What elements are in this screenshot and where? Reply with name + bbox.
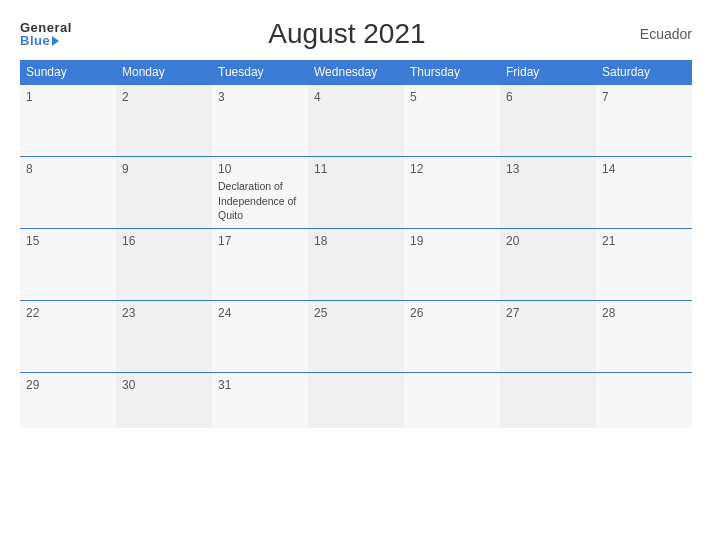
calendar-cell: 1: [20, 85, 116, 157]
day-number: 10: [218, 162, 302, 176]
day-number: 16: [122, 234, 206, 248]
calendar-cell: 5: [404, 85, 500, 157]
calendar-week-row: 8910Declaration of Independence of Quito…: [20, 157, 692, 229]
calendar-cell: 27: [500, 301, 596, 373]
calendar-cell: [596, 373, 692, 428]
day-number: 2: [122, 90, 206, 104]
calendar-cell: [308, 373, 404, 428]
calendar-cell: 20: [500, 229, 596, 301]
day-number: 18: [314, 234, 398, 248]
country-label: Ecuador: [622, 26, 692, 42]
calendar-cell: 8: [20, 157, 116, 229]
calendar-cell: 31: [212, 373, 308, 428]
calendar-cell: 28: [596, 301, 692, 373]
day-number: 14: [602, 162, 686, 176]
day-number: 25: [314, 306, 398, 320]
calendar-cell: 29: [20, 373, 116, 428]
day-number: 26: [410, 306, 494, 320]
day-number: 15: [26, 234, 110, 248]
header-tuesday: Tuesday: [212, 60, 308, 85]
calendar-cell: 30: [116, 373, 212, 428]
calendar-cell: 26: [404, 301, 500, 373]
day-number: 22: [26, 306, 110, 320]
logo: General Blue: [20, 21, 72, 47]
day-number: 24: [218, 306, 302, 320]
day-number: 17: [218, 234, 302, 248]
calendar-week-row: 293031: [20, 373, 692, 428]
day-number: 13: [506, 162, 590, 176]
calendar-cell: 13: [500, 157, 596, 229]
calendar-cell: 12: [404, 157, 500, 229]
header-friday: Friday: [500, 60, 596, 85]
header-sunday: Sunday: [20, 60, 116, 85]
day-number: 20: [506, 234, 590, 248]
day-number: 29: [26, 378, 110, 392]
day-number: 31: [218, 378, 302, 392]
calendar-cell: 11: [308, 157, 404, 229]
calendar-week-row: 1234567: [20, 85, 692, 157]
event-label: Declaration of Independence of Quito: [218, 180, 296, 221]
day-number: 1: [26, 90, 110, 104]
header-wednesday: Wednesday: [308, 60, 404, 85]
day-number: 28: [602, 306, 686, 320]
calendar-cell: 22: [20, 301, 116, 373]
calendar-cell: 10Declaration of Independence of Quito: [212, 157, 308, 229]
calendar-cell: 14: [596, 157, 692, 229]
day-number: 23: [122, 306, 206, 320]
calendar-cell: 6: [500, 85, 596, 157]
calendar-cell: 18: [308, 229, 404, 301]
calendar-cell: 24: [212, 301, 308, 373]
calendar-cell: [500, 373, 596, 428]
logo-blue-text: Blue: [20, 34, 59, 47]
calendar-title: August 2021: [72, 18, 622, 50]
calendar-cell: 3: [212, 85, 308, 157]
day-number: 3: [218, 90, 302, 104]
calendar-cell: 25: [308, 301, 404, 373]
calendar-cell: [404, 373, 500, 428]
calendar-cell: 2: [116, 85, 212, 157]
calendar-cell: 9: [116, 157, 212, 229]
day-number: 12: [410, 162, 494, 176]
calendar-cell: 4: [308, 85, 404, 157]
weekday-header-row: Sunday Monday Tuesday Wednesday Thursday…: [20, 60, 692, 85]
day-number: 8: [26, 162, 110, 176]
header-thursday: Thursday: [404, 60, 500, 85]
calendar-cell: 23: [116, 301, 212, 373]
logo-triangle-icon: [52, 36, 59, 46]
header-saturday: Saturday: [596, 60, 692, 85]
day-number: 4: [314, 90, 398, 104]
calendar-cell: 17: [212, 229, 308, 301]
day-number: 19: [410, 234, 494, 248]
header: General Blue August 2021 Ecuador: [20, 18, 692, 50]
calendar-week-row: 22232425262728: [20, 301, 692, 373]
calendar-week-row: 15161718192021: [20, 229, 692, 301]
calendar-cell: 19: [404, 229, 500, 301]
calendar-table: Sunday Monday Tuesday Wednesday Thursday…: [20, 60, 692, 428]
day-number: 7: [602, 90, 686, 104]
day-number: 30: [122, 378, 206, 392]
day-number: 5: [410, 90, 494, 104]
header-monday: Monday: [116, 60, 212, 85]
calendar-page: General Blue August 2021 Ecuador Sunday …: [0, 0, 712, 550]
day-number: 9: [122, 162, 206, 176]
day-number: 6: [506, 90, 590, 104]
calendar-cell: 15: [20, 229, 116, 301]
calendar-cell: 16: [116, 229, 212, 301]
day-number: 21: [602, 234, 686, 248]
day-number: 11: [314, 162, 398, 176]
calendar-cell: 7: [596, 85, 692, 157]
day-number: 27: [506, 306, 590, 320]
calendar-cell: 21: [596, 229, 692, 301]
